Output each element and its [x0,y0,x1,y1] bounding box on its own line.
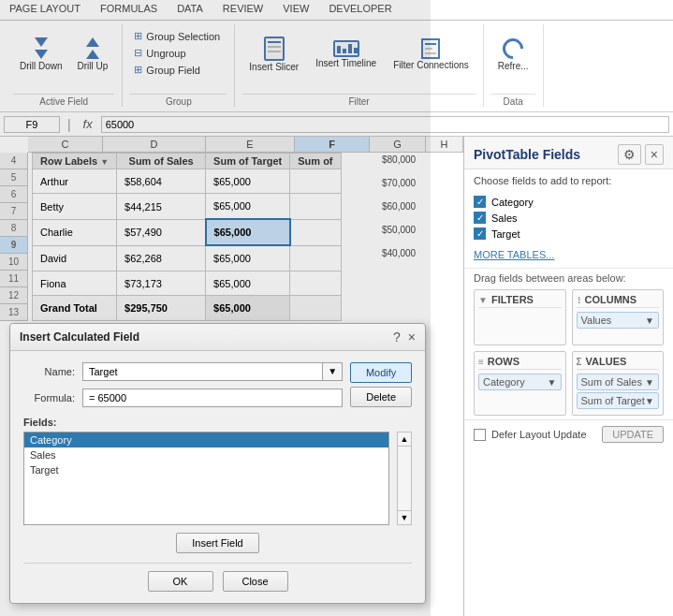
pivot-zone-filters-header: ▼ FILTERS [478,294,562,308]
dialog-title-icons: ? × [393,330,416,345]
pivot-field-category-checkbox[interactable]: ✓ [474,196,486,208]
pivot-panel: PivotTable Fields ⚙ × Choose fields to a… [463,137,673,616]
dialog-field-target[interactable]: Target [24,462,388,477]
pivot-values-sum-sales-item[interactable]: Sum of Sales ▼ [577,374,660,390]
dialog-body: Name: ▼ Formula: Modify Delete Fields: [10,351,425,603]
pivot-zone-filters-label: FILTERS [491,294,534,305]
pivot-drag-area: Drag fields between areas below: ▼ FILTE… [464,268,673,419]
pivot-panel-settings-btn[interactable]: ⚙ [618,144,641,165]
pivot-rows-category-label: Category [483,376,525,388]
pivot-zone-columns: ⫶ COLUMNS Values ▼ [572,289,665,345]
pivot-zones: ▼ FILTERS ⫶ COLUMNS Values ▼ [474,289,664,416]
ribbon-buttons-data: Refre... [491,24,535,94]
dialog-fields-wrap: Category Sales Target ▲ ▼ [23,432,412,525]
dialog-title-bar: Insert Calculated Field ? × [10,324,425,351]
pivot-zone-rows: ≡ ROWS Category ▼ [474,351,566,416]
dialog-fields-listbox[interactable]: Category Sales Target [23,432,389,525]
pivot-panel-icons: ⚙ × [618,144,664,165]
dialog-fields-label: Fields: [23,417,412,428]
dialog-ok-button[interactable]: OK [148,571,213,592]
dialog-scrollbar-down[interactable]: ▼ [398,510,411,524]
pivot-values-sum-target-label: Sum of Target [581,395,645,406]
dialog-help-button[interactable]: ? [393,330,401,345]
dialog-name-row: Name: ▼ [23,362,343,381]
dialog-name-label: Name: [23,366,75,377]
dialog-modify-button[interactable]: Modify [350,362,412,383]
pivot-zone-columns-label: COLUMNS [585,294,637,305]
dialog-field-sales[interactable]: Sales [24,447,388,462]
dialog-close-button[interactable]: × [408,330,416,345]
columns-zone-icon: ⫶ [577,295,581,305]
pivot-rows-category-arrow: ▼ [548,377,557,388]
pivot-defer-row: Defer Layout Update UPDATE [464,419,673,448]
col-header-h: H [426,137,463,152]
dialog-field-category[interactable]: Category [24,433,388,447]
pivot-defer-label: Defer Layout Update [491,429,596,440]
pivot-field-target: ✓ Target [474,226,664,242]
pivot-field-sales-checkbox[interactable]: ✓ [474,212,486,224]
pivot-more-tables[interactable]: MORE TABLES... [464,249,673,268]
pivot-values-sum-target-arrow: ▼ [645,396,654,406]
pivot-zone-values-header: Σ VALUES [577,356,660,370]
filter-zone-icon: ▼ [478,295,488,305]
pivot-panel-close-btn[interactable]: × [645,144,664,165]
calculated-field-dialog: Insert Calculated Field ? × Name: ▼ Form… [9,323,426,604]
refresh-label: Refre... [498,61,529,71]
pivot-subtitle: Choose fields to add to report: [464,169,673,190]
pivot-zone-rows-label: ROWS [488,356,519,367]
pivot-zone-columns-header: ⫶ COLUMNS [577,294,660,308]
pivot-columns-values-item[interactable]: Values ▼ [577,312,660,329]
pivot-fields-list: ✓ Category ✓ Sales ✓ Target [464,190,673,249]
dialog-insert-field-row: Insert Field [23,533,412,553]
pivot-field-sales: ✓ Sales [474,210,664,226]
pivot-zone-filters: ▼ FILTERS [474,289,566,345]
dialog-close-action-button[interactable]: Close [223,571,288,592]
pivot-field-category-label: Category [491,197,534,208]
dialog-insert-field-button[interactable]: Insert Field [176,533,258,553]
pivot-columns-values-label: Values [581,315,612,326]
refresh-icon [499,34,528,63]
pivot-values-sum-sales-label: Sum of Sales [581,376,642,388]
dialog-scrollbar-up[interactable]: ▲ [398,433,411,447]
values-zone-icon: Σ [577,357,582,367]
pivot-zone-values: Σ VALUES Sum of Sales ▼ Sum of Target ▼ [572,351,665,416]
rows-zone-icon: ≡ [478,357,484,367]
dialog-action-buttons: Modify Delete [350,362,412,407]
pivot-values-sum-target-item[interactable]: Sum of Target ▼ [577,392,660,409]
pivot-drag-label: Drag fields between areas below: [474,272,664,284]
refresh-button[interactable]: Refre... [491,24,535,84]
pivot-field-sales-label: Sales [491,213,518,224]
ribbon-group-data: Refre... Data [484,24,544,107]
dialog-formula-row: Formula: [23,389,343,407]
pivot-defer-checkbox[interactable] [474,429,486,441]
dialog-title: Insert Calculated Field [20,330,139,344]
pivot-panel-header: PivotTable Fields ⚙ × [464,137,673,169]
pivot-panel-title: PivotTable Fields [474,147,580,162]
pivot-columns-values-arrow: ▼ [645,315,654,326]
dialog-name-input[interactable] [82,362,323,381]
pivot-field-target-checkbox[interactable]: ✓ [474,227,486,240]
dialog-name-input-wrap: ▼ [82,362,343,381]
data-group-label: Data [491,94,535,107]
pivot-zone-rows-header: ≡ ROWS [478,356,562,370]
pivot-field-category: ✓ Category [474,194,664,210]
pivot-zone-values-label: VALUES [586,356,627,367]
dialog-delete-button[interactable]: Delete [350,387,412,407]
pivot-update-button[interactable]: UPDATE [602,426,664,443]
pivot-values-sum-sales-arrow: ▼ [645,377,654,388]
dialog-name-dropdown[interactable]: ▼ [323,362,343,381]
dialog-formula-input[interactable] [82,389,343,407]
pivot-field-target-label: Target [491,228,520,240]
pivot-rows-category-item[interactable]: Category ▼ [478,374,562,390]
dialog-bottom-row: OK Close [23,563,412,592]
dialog-fields-scrollbar: ▲ ▼ [397,432,412,525]
dialog-formula-label: Formula: [23,392,75,403]
